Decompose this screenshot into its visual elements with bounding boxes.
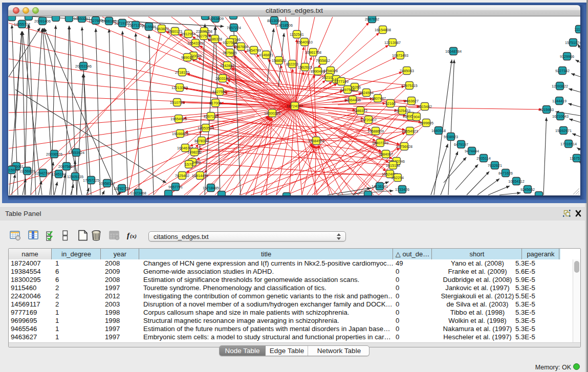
svg-text:19384554: 19384554 xyxy=(308,139,324,143)
svg-text:15718485: 15718485 xyxy=(203,186,219,190)
svg-text:5938923: 5938923 xyxy=(444,135,458,139)
svg-text:16210643: 16210643 xyxy=(552,114,569,119)
svg-text:17957225: 17957225 xyxy=(83,178,99,183)
svg-text:904: 904 xyxy=(413,115,420,119)
svg-text:12213987: 12213987 xyxy=(384,40,401,45)
svg-text:10653267: 10653267 xyxy=(74,16,90,21)
svg-text:19756928: 19756928 xyxy=(396,144,412,149)
svg-text:18724007: 18724007 xyxy=(287,104,303,108)
svg-text:9245652: 9245652 xyxy=(520,187,535,192)
svg-text:(x): (x) xyxy=(130,233,137,239)
svg-text:16053809: 16053809 xyxy=(207,16,224,21)
svg-text:14136141: 14136141 xyxy=(372,184,388,189)
svg-text:8990448: 8990448 xyxy=(311,69,325,74)
svg-text:10973493: 10973493 xyxy=(392,53,408,58)
svg-text:20053346: 20053346 xyxy=(75,64,92,69)
svg-text:1527602: 1527602 xyxy=(89,18,103,23)
svg-text:7515546: 7515546 xyxy=(142,25,156,29)
svg-text:19218506: 19218506 xyxy=(276,23,293,28)
svg-text:1562615: 1562615 xyxy=(298,65,312,70)
svg-text:15640910: 15640910 xyxy=(296,40,313,45)
svg-text:7955812: 7955812 xyxy=(316,58,330,63)
svg-text:10961758: 10961758 xyxy=(305,50,321,55)
svg-text:9777169: 9777169 xyxy=(334,79,349,84)
svg-text:9463627: 9463627 xyxy=(404,99,419,103)
svg-text:7663822: 7663822 xyxy=(155,27,169,31)
svg-text:8813054: 8813054 xyxy=(267,18,281,23)
svg-text:2935114: 2935114 xyxy=(476,156,490,161)
svg-text:1167533: 1167533 xyxy=(570,156,580,161)
svg-text:15692971: 15692971 xyxy=(555,128,572,133)
svg-text:9242845: 9242845 xyxy=(220,63,234,68)
svg-text:1615152: 1615152 xyxy=(386,163,400,168)
svg-text:2718170: 2718170 xyxy=(175,70,189,75)
svg-text:2087652: 2087652 xyxy=(365,17,379,21)
svg-text:1244419: 1244419 xyxy=(552,99,567,103)
svg-text:817006: 817006 xyxy=(209,101,222,105)
svg-text:14055712: 14055712 xyxy=(14,22,30,27)
svg-text:8912954: 8912954 xyxy=(181,32,195,36)
svg-text:11171: 11171 xyxy=(575,27,580,32)
svg-text:12353594: 12353594 xyxy=(198,126,214,130)
svg-text:7857224: 7857224 xyxy=(227,26,241,30)
svg-text:62160: 62160 xyxy=(385,101,396,106)
svg-text:1145194: 1145194 xyxy=(52,172,66,177)
svg-text:10958107: 10958107 xyxy=(99,181,115,186)
svg-text:9227342: 9227342 xyxy=(555,69,570,73)
svg-text:7386372: 7386372 xyxy=(353,108,367,113)
svg-text:10025433: 10025433 xyxy=(394,108,410,113)
svg-text:9474444: 9474444 xyxy=(465,149,479,154)
svg-text:8267130: 8267130 xyxy=(204,114,218,119)
svg-text:6497568: 6497568 xyxy=(340,87,355,92)
svg-text:2603144: 2603144 xyxy=(215,76,230,81)
svg-text:12213363: 12213363 xyxy=(171,85,188,90)
svg-text:10654112: 10654112 xyxy=(508,179,524,184)
svg-text:12975115: 12975115 xyxy=(401,83,417,88)
svg-text:9657791: 9657791 xyxy=(168,185,183,189)
svg-text:3824554: 3824554 xyxy=(359,91,374,95)
svg-text:16543382: 16543382 xyxy=(187,41,204,46)
svg-text:1570: 1570 xyxy=(185,162,193,167)
svg-text:9129966: 9129966 xyxy=(560,54,574,59)
svg-text:9515442: 9515442 xyxy=(418,104,432,109)
svg-text:20206576: 20206576 xyxy=(46,152,62,157)
svg-text:8471626: 8471626 xyxy=(498,171,513,176)
svg-text:9884067: 9884067 xyxy=(379,152,393,157)
svg-text:20975867: 20975867 xyxy=(58,164,75,169)
svg-text:15720407: 15720407 xyxy=(360,118,377,122)
svg-text:18300295: 18300295 xyxy=(264,111,280,116)
svg-text:1152541: 1152541 xyxy=(290,32,303,37)
svg-text:12942737: 12942737 xyxy=(35,171,51,176)
svg-text:832203: 832203 xyxy=(286,62,298,67)
svg-text:16407249: 16407249 xyxy=(372,141,388,145)
svg-text:8454749: 8454749 xyxy=(247,48,261,53)
svg-text:1010755: 1010755 xyxy=(170,100,184,105)
svg-text:19654923: 19654923 xyxy=(402,129,418,134)
svg-text:3315977: 3315977 xyxy=(8,168,19,172)
svg-text:15751074: 15751074 xyxy=(565,40,580,45)
svg-text:252254: 252254 xyxy=(391,176,404,180)
svg-text:12505135: 12505135 xyxy=(67,174,83,179)
svg-text:9699695: 9699695 xyxy=(419,121,433,125)
svg-text:989013: 989013 xyxy=(181,55,193,60)
svg-text:9875685: 9875685 xyxy=(223,51,237,55)
svg-text:10807487: 10807487 xyxy=(369,96,386,101)
svg-text:8427552: 8427552 xyxy=(212,90,227,94)
svg-text:20364436: 20364436 xyxy=(344,98,361,102)
svg-text:16648784: 16648784 xyxy=(445,49,462,54)
svg-text:19166825: 19166825 xyxy=(172,132,188,136)
svg-text:6794028: 6794028 xyxy=(323,69,338,73)
svg-text:1640518: 1640518 xyxy=(431,128,446,133)
svg-text:8878334: 8878334 xyxy=(194,139,209,143)
svg-text:1588520: 1588520 xyxy=(272,58,286,63)
svg-text:17016514: 17016514 xyxy=(560,142,577,146)
svg-text:8660123: 8660123 xyxy=(168,29,182,34)
svg-text:8215953: 8215953 xyxy=(539,107,554,112)
svg-text:11156819: 11156819 xyxy=(19,169,35,173)
svg-text:1733426: 1733426 xyxy=(395,187,409,192)
svg-text:16914479: 16914479 xyxy=(192,173,208,178)
svg-text:19654925: 19654925 xyxy=(170,117,187,121)
svg-text:16154808: 16154808 xyxy=(375,28,391,32)
svg-text:7625402: 7625402 xyxy=(175,173,189,178)
svg-text:17353924: 17353924 xyxy=(68,150,84,155)
